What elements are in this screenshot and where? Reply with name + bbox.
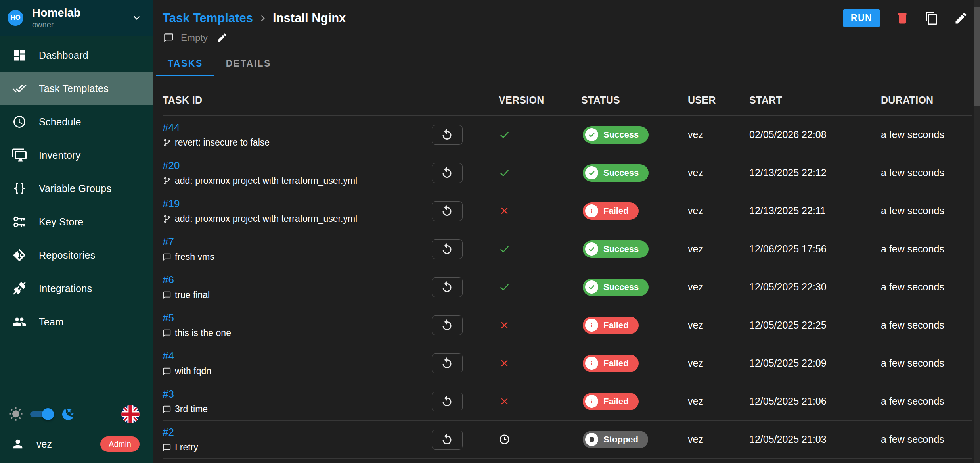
task-id-link[interactable]: #5 [163, 312, 174, 324]
replay-icon [440, 128, 454, 141]
sidebar-item-repositories[interactable]: Repositories [0, 238, 153, 272]
edit-description-pencil-icon[interactable] [216, 32, 228, 43]
sidebar-item-integrations[interactable]: Integrations [0, 272, 153, 305]
rerun-task-button[interactable] [432, 125, 463, 145]
copy-template-button[interactable] [924, 11, 939, 25]
version-cell [464, 243, 567, 255]
user-row[interactable]: vez Admin [0, 430, 153, 463]
status-cell: Success [567, 126, 676, 144]
info-circle-icon [588, 359, 596, 367]
tab-tasks[interactable]: TASKS [156, 51, 214, 76]
tab-details[interactable]: DETAILS [214, 51, 283, 76]
sidebar-nav: DashboardTask TemplatesScheduleInventory… [0, 36, 153, 338]
sidebar-item-key-store[interactable]: Key Store [0, 205, 153, 238]
duration-cell: a few seconds [864, 396, 972, 407]
language-flag-uk[interactable] [121, 405, 140, 423]
rerun-task-button[interactable] [432, 277, 463, 297]
moon-icon [61, 407, 75, 421]
sidebar-item-label: Inventory [39, 150, 81, 161]
version-cell [464, 396, 567, 407]
sidebar-item-dashboard[interactable]: Dashboard [0, 38, 153, 72]
user-cell: vez [676, 129, 737, 140]
run-button[interactable]: RUN [843, 9, 880, 27]
description-row: Empty [153, 27, 980, 43]
page-title: Install Nginx [273, 11, 346, 25]
chevron-right-icon [257, 12, 269, 24]
rerun-task-button[interactable] [432, 392, 463, 411]
table-row: #6true finalSuccessvez12/05/2025 22:30a … [163, 268, 972, 306]
git-branch-icon [163, 215, 171, 223]
table-header: TASK ID VERSION STATUS USER START DURATI… [163, 76, 972, 116]
table-body: #44revert: insecure to falseSuccessvez02… [163, 116, 972, 463]
replay-icon [440, 166, 454, 179]
sidebar-item-inventory[interactable]: Inventory [0, 138, 153, 172]
sidebar-item-label: Integrations [39, 283, 92, 294]
start-cell: 12/05/2025 22:09 [737, 357, 864, 369]
task-id-link[interactable]: #3 [163, 388, 174, 400]
user-cell: vez [676, 396, 737, 407]
stop-icon [590, 437, 594, 442]
version-cell [464, 357, 567, 369]
version-cell [464, 167, 567, 179]
duration-cell: a few seconds [864, 129, 972, 140]
status-badge: Success [583, 164, 649, 182]
sidebar-item-label: Variable Groups [39, 183, 111, 194]
message-icon [163, 405, 171, 414]
start-cell: 12/05/2025 21:06 [737, 396, 864, 407]
task-cell: #33rd time [163, 382, 430, 420]
breadcrumb-parent-link[interactable]: Task Templates [163, 11, 253, 25]
sidebar-item-schedule[interactable]: Schedule [0, 105, 153, 138]
status-cell: Failed [567, 355, 676, 372]
task-id-link[interactable]: #44 [163, 121, 180, 134]
dashboard-icon [12, 48, 27, 62]
git-branch-icon [163, 177, 171, 185]
task-id-link[interactable]: #2 [163, 426, 174, 438]
status-badge: Success [583, 240, 649, 258]
task-id-link[interactable]: #7 [163, 236, 174, 248]
rerun-task-button[interactable] [432, 430, 463, 450]
edit-template-button[interactable] [954, 11, 968, 25]
sidebar-item-label: Team [39, 316, 63, 328]
column-start: START [737, 94, 864, 106]
rerun-task-button[interactable] [432, 353, 463, 373]
rerun-task-button[interactable] [432, 163, 463, 183]
replay-icon [440, 433, 454, 446]
rerun-task-button[interactable] [432, 239, 463, 259]
scrollbar-thumb[interactable] [974, 7, 980, 106]
task-message: I retry [163, 442, 430, 453]
monitor-icon [12, 148, 27, 162]
task-id-link[interactable]: #20 [163, 159, 180, 172]
task-id-link[interactable]: #4 [163, 350, 174, 362]
version-cell [464, 434, 567, 445]
task-id-link[interactable]: #6 [163, 274, 174, 286]
status-cell: Success [567, 240, 676, 258]
project-role: owner [32, 20, 80, 29]
sidebar-item-variable-groups[interactable]: Variable Groups [0, 172, 153, 205]
replay-icon [440, 357, 454, 370]
delete-template-button[interactable] [895, 11, 909, 25]
sidebar: HO Homelab owner DashboardTask Templates… [0, 0, 153, 463]
check-icon [499, 129, 567, 140]
rerun-task-button[interactable] [432, 315, 463, 335]
task-id-link[interactable]: #19 [163, 198, 180, 210]
duration-cell: a few seconds [864, 434, 972, 445]
task-message: this is the one [163, 328, 430, 338]
sidebar-item-team[interactable]: Team [0, 305, 153, 338]
dark-mode-toggle[interactable] [30, 410, 52, 418]
project-avatar: HO [8, 10, 23, 26]
scrollbar[interactable] [974, 0, 980, 463]
sidebar-item-task-templates[interactable]: Task Templates [0, 72, 153, 105]
status-cell: Failed [567, 202, 676, 220]
check-circle-icon [588, 169, 596, 177]
username: vez [36, 438, 52, 450]
table-row: #7fresh vmsSuccessvez12/06/2025 17:56a f… [163, 230, 972, 268]
task-message: fresh vms [163, 252, 430, 262]
project-selector[interactable]: HO Homelab owner [0, 0, 153, 36]
user-cell: vez [676, 167, 737, 179]
duration-cell: a few seconds [864, 319, 972, 331]
task-message: with fqdn [163, 366, 430, 377]
description-text: Empty [181, 32, 208, 43]
task-cell: #5this is the one [163, 306, 430, 344]
info-circle-icon [588, 397, 596, 405]
rerun-task-button[interactable] [432, 201, 463, 221]
